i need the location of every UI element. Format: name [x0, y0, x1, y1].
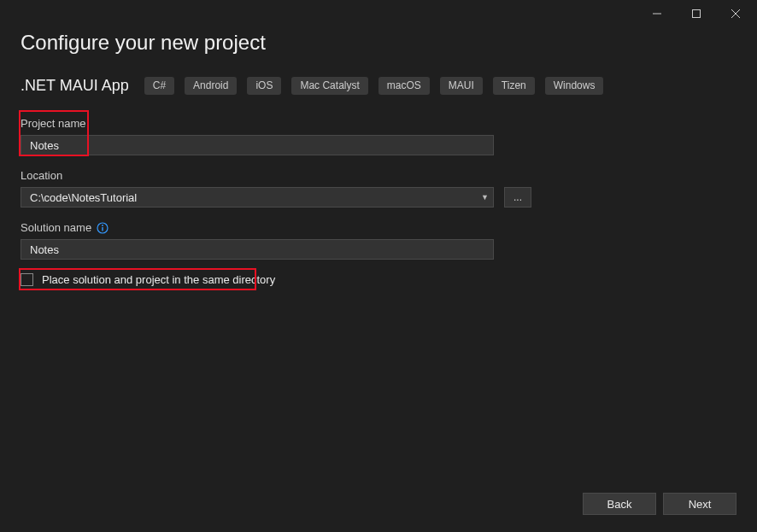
back-button[interactable]: Back: [583, 493, 656, 515]
same-directory-label: Place solution and project in the same d…: [42, 273, 275, 286]
template-info-row: .NET MAUI App C# Android iOS Mac Catalys…: [21, 77, 736, 95]
svg-rect-1: [693, 10, 701, 18]
tag-csharp: C#: [144, 77, 174, 94]
next-button[interactable]: Next: [663, 493, 736, 515]
dialog-content: Configure your new project .NET MAUI App…: [0, 27, 757, 286]
maximize-icon: [692, 9, 701, 18]
maximize-button[interactable]: [677, 1, 716, 26]
tag-maui: MAUI: [440, 77, 483, 94]
solution-name-group: Solution name: [21, 221, 736, 260]
page-title: Configure your new project: [21, 31, 736, 55]
window-titlebar: [0, 0, 757, 27]
location-select-wrap: ▼: [21, 187, 494, 208]
same-directory-row: Place solution and project in the same d…: [21, 273, 736, 286]
browse-button[interactable]: ...: [504, 187, 531, 208]
solution-name-label-text: Solution name: [21, 221, 91, 234]
minimize-button[interactable]: [637, 1, 677, 26]
project-name-label: Project name: [21, 117, 736, 130]
tag-macos: macOS: [378, 77, 430, 94]
tag-maccatalyst: Mac Catalyst: [291, 77, 367, 94]
tag-ios: iOS: [247, 77, 281, 94]
info-icon[interactable]: [97, 222, 109, 234]
close-button[interactable]: [716, 1, 755, 26]
tag-windows: Windows: [545, 77, 604, 94]
location-label: Location: [21, 169, 736, 182]
minimize-icon: [653, 9, 661, 18]
close-icon: [731, 9, 740, 18]
tag-tizen: Tizen: [493, 77, 535, 94]
solution-name-input[interactable]: [21, 239, 494, 260]
dialog-footer: Back Next: [583, 493, 736, 515]
svg-rect-6: [102, 227, 103, 231]
project-name-group: Project name: [21, 117, 736, 155]
project-name-input[interactable]: [21, 135, 494, 155]
location-row: ▼ ...: [21, 187, 736, 208]
solution-name-label: Solution name: [21, 221, 736, 234]
tag-android: Android: [185, 77, 237, 94]
same-directory-checkbox[interactable]: [21, 273, 33, 286]
location-group: Location ▼ ...: [21, 169, 736, 208]
template-name: .NET MAUI App: [21, 77, 129, 95]
location-input[interactable]: [21, 187, 494, 208]
svg-point-5: [102, 225, 103, 226]
